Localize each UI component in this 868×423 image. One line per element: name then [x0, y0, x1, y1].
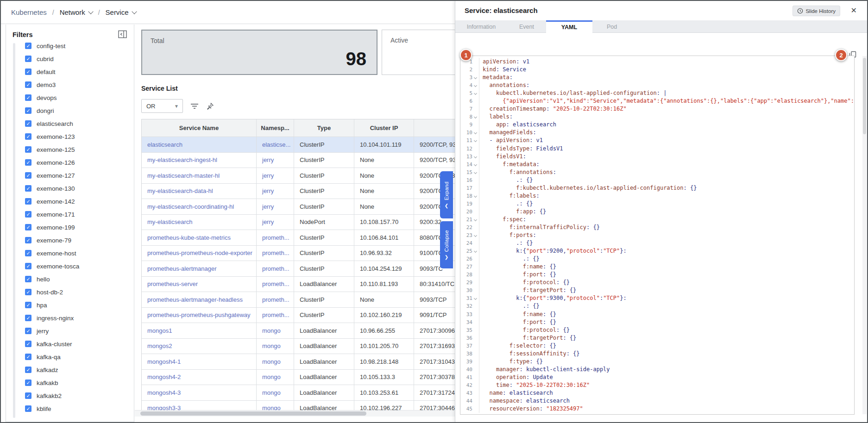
filter-item[interactable]: ✓kafka-qa	[25, 350, 79, 363]
namespace-cell[interactable]: jerry	[257, 168, 294, 183]
yaml-editor[interactable]: 1apiVersion: v12kind: Service3metadata:4…	[460, 56, 855, 415]
filter-list-icon[interactable]	[190, 103, 199, 109]
breadcrumb-service-menu[interactable]: Service	[106, 8, 136, 16]
checkbox-checked-icon[interactable]: ✓	[25, 263, 31, 269]
filter-item[interactable]: ✓exemone-127	[25, 169, 79, 182]
filter-item[interactable]: ✓exemone-126	[25, 156, 79, 169]
fold-toggle-icon[interactable]	[472, 81, 479, 89]
service-name-cell[interactable]: prometheus-prometheus-pushgateway	[142, 308, 257, 323]
filter-item[interactable]: ✓elasticsearch	[25, 117, 79, 130]
namespace-cell[interactable]: prometh...	[257, 292, 294, 307]
fold-toggle-icon[interactable]	[472, 247, 479, 255]
tab-event[interactable]: Event	[507, 20, 546, 33]
table-row[interactable]: my-elasticsearch-master-hljerryClusterIP…	[142, 168, 455, 184]
namespace-cell[interactable]: prometh...	[257, 230, 294, 245]
checkbox-checked-icon[interactable]: ✓	[25, 107, 31, 114]
filter-item[interactable]: ✓kblife	[25, 402, 79, 415]
yaml-scrollbar-track[interactable]	[862, 56, 867, 414]
fold-toggle-icon[interactable]	[472, 168, 479, 176]
namespace-cell[interactable]: jerry	[257, 199, 294, 214]
filter-item[interactable]: ✓exemone-199	[25, 221, 79, 234]
filter-item[interactable]: ✓jerry	[25, 324, 79, 337]
namespace-cell[interactable]: jerry	[257, 215, 294, 230]
fold-toggle-icon[interactable]	[472, 89, 479, 97]
filter-item[interactable]: ✓kafkakb	[25, 376, 79, 389]
checkbox-checked-icon[interactable]: ✓	[25, 81, 31, 88]
tab-pod[interactable]: Pod	[592, 20, 631, 33]
table-header-cell[interactable]: Cluster IP	[354, 119, 414, 137]
fold-toggle-icon[interactable]	[472, 294, 479, 302]
filter-item[interactable]: ✓exemone-142	[25, 195, 79, 208]
checkbox-checked-icon[interactable]: ✓	[25, 237, 31, 243]
namespace-cell[interactable]: jerry	[257, 153, 294, 168]
filter-item[interactable]: ✓demo3	[25, 78, 79, 91]
filter-item[interactable]: ✓devops	[25, 91, 79, 104]
close-icon[interactable]: ✕	[851, 6, 857, 15]
fold-toggle-icon[interactable]	[472, 74, 479, 81]
service-name-cell[interactable]: my-elasticsearch-coordinating-hl	[142, 199, 257, 214]
table-row[interactable]: mongos2mongoLoadBalancer10.101.205.70270…	[142, 339, 455, 355]
filter-item[interactable]: ✓ingress-nginx	[25, 311, 79, 324]
table-row[interactable]: mongosh4-2mongoLoadBalancer10.105.133.32…	[142, 370, 455, 386]
collapse-tab[interactable]: Collapse ❯	[440, 221, 453, 268]
filter-item[interactable]: ✓exemone-171	[25, 208, 79, 221]
service-name-cell[interactable]: my-elasticsearch	[142, 215, 257, 230]
service-name-cell[interactable]: my-elasticsearch-master-hl	[142, 168, 257, 183]
filter-item[interactable]: ✓cubrid	[25, 52, 79, 65]
checkbox-checked-icon[interactable]: ✓	[25, 315, 31, 321]
checkbox-checked-icon[interactable]: ✓	[25, 185, 31, 192]
checkbox-checked-icon[interactable]: ✓	[25, 367, 31, 373]
fold-toggle-icon[interactable]	[472, 192, 479, 200]
table-row[interactable]: mongosh4-3mongoLoadBalancer10.103.253.61…	[142, 385, 455, 401]
table-header-cell[interactable]: Service Name	[142, 119, 257, 137]
table-row[interactable]: prometheus-prometheus-pushgatewayprometh…	[142, 308, 455, 323]
table-row[interactable]: my-elasticsearch-coordinating-hljerryClu…	[142, 199, 455, 215]
service-name-cell[interactable]: prometheus-alertmanager-headless	[142, 292, 257, 307]
fold-toggle-icon[interactable]	[472, 137, 479, 144]
checkbox-checked-icon[interactable]: ✓	[25, 159, 31, 166]
collapse-sidebar-icon[interactable]	[118, 30, 127, 39]
filter-item[interactable]: ✓kafkadz	[25, 363, 79, 376]
table-row[interactable]: my-elasticsearch-data-hljerryClusterIPNo…	[142, 184, 455, 199]
checkbox-checked-icon[interactable]: ✓	[25, 224, 31, 230]
checkbox-checked-icon[interactable]: ✓	[25, 289, 31, 295]
table-row[interactable]: prometheus-alertmanagerprometh...Cluster…	[142, 261, 455, 277]
service-name-cell[interactable]: prometheus-prometheus-node-exporter	[142, 246, 257, 261]
horizontal-scrollbar-track[interactable]	[135, 410, 455, 417]
active-card[interactable]: Active	[382, 30, 455, 75]
table-row[interactable]: my-elasticsearchjerryNodePort10.108.157.…	[142, 215, 455, 230]
namespace-cell[interactable]: prometh...	[257, 246, 294, 261]
sidebar-scrollbar[interactable]	[13, 43, 15, 418]
fold-toggle-icon[interactable]	[472, 216, 479, 224]
expand-tab[interactable]: Expand ❮	[440, 171, 453, 218]
service-name-cell[interactable]: elasticsearch	[142, 137, 257, 152]
checkbox-checked-icon[interactable]: ✓	[25, 94, 31, 101]
checkbox-checked-icon[interactable]: ✓	[25, 341, 31, 347]
pin-icon[interactable]	[206, 102, 214, 110]
namespace-cell[interactable]: mongo	[257, 385, 294, 400]
namespace-cell[interactable]: mongo	[257, 323, 294, 338]
checkbox-checked-icon[interactable]: ✓	[25, 68, 31, 75]
checkbox-checked-icon[interactable]: ✓	[25, 328, 31, 334]
checkbox-checked-icon[interactable]: ✓	[25, 198, 31, 205]
horizontal-scrollbar-thumb[interactable]	[140, 411, 366, 416]
service-name-cell[interactable]: my-elasticsearch-ingest-hl	[142, 153, 257, 168]
namespace-cell[interactable]: prometh...	[257, 261, 294, 276]
fold-toggle-icon[interactable]	[472, 153, 479, 161]
fold-toggle-icon[interactable]	[472, 161, 479, 168]
namespace-cell[interactable]: prometh...	[257, 277, 294, 292]
filter-item[interactable]: ✓kafka-cluster	[25, 337, 79, 350]
table-header-cell[interactable]: Type	[294, 119, 354, 137]
service-name-cell[interactable]: mongos2	[142, 339, 257, 354]
checkbox-checked-icon[interactable]: ✓	[25, 405, 31, 412]
service-name-cell[interactable]: mongosh4-1	[142, 354, 257, 369]
checkbox-checked-icon[interactable]: ✓	[25, 276, 31, 282]
checkbox-checked-icon[interactable]: ✓	[25, 43, 31, 49]
filter-item[interactable]: ✓exemone-123	[25, 130, 79, 143]
fold-toggle-icon[interactable]	[472, 231, 479, 239]
service-name-cell[interactable]: mongos1	[142, 323, 257, 338]
checkbox-checked-icon[interactable]: ✓	[25, 354, 31, 360]
slide-history-button[interactable]: Slide History	[793, 6, 840, 16]
checkbox-checked-icon[interactable]: ✓	[25, 211, 31, 218]
table-row[interactable]: elasticsearchelasticse...ClusterIP10.104…	[142, 137, 455, 153]
